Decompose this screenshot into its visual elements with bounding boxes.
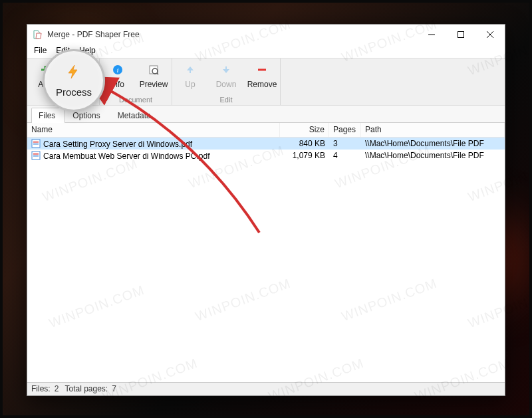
- status-files-count: 2: [55, 384, 59, 393]
- cell-size: 1,079 KB: [280, 151, 329, 160]
- lightning-icon: [66, 64, 82, 84]
- preview-icon: [148, 64, 160, 76]
- up-button[interactable]: Up: [172, 58, 208, 96]
- cell-size: 840 KB: [280, 139, 329, 148]
- arrow-up-icon: [184, 64, 196, 76]
- tab-files[interactable]: Files: [31, 108, 65, 123]
- maximize-button[interactable]: [446, 25, 475, 45]
- svg-rect-16: [33, 154, 39, 155]
- titlebar: Merge - PDF Shaper Free: [27, 25, 505, 45]
- svg-line-10: [157, 73, 158, 74]
- close-button[interactable]: [475, 25, 505, 45]
- tab-metadata[interactable]: Metadata: [110, 108, 161, 123]
- group-document-label: Document: [119, 96, 152, 104]
- annotation-magnifier: Process: [43, 49, 105, 112]
- preview-button[interactable]: Preview: [136, 58, 172, 96]
- svg-text:i: i: [116, 66, 118, 74]
- table-row[interactable]: Cara Setting Proxy Server di Windows.pdf…: [27, 138, 505, 150]
- menu-file[interactable]: File: [30, 45, 51, 58]
- minimize-button[interactable]: [417, 25, 446, 45]
- table-row[interactable]: Cara Membuat Web Server di Windows PC.pd…: [27, 150, 505, 161]
- col-size[interactable]: Size: [280, 123, 329, 137]
- status-files-label: Files:: [31, 384, 51, 393]
- cell-name: Cara Setting Proxy Server di Windows.pdf: [43, 140, 192, 149]
- window-controls: [417, 25, 505, 45]
- down-button[interactable]: Down: [208, 58, 244, 96]
- cell-path: \\Mac\Home\Documents\File PDF: [361, 151, 505, 160]
- svg-rect-14: [33, 144, 39, 145]
- preview-label: Preview: [140, 80, 168, 89]
- file-list[interactable]: Cara Setting Proxy Server di Windows.pdf…: [27, 138, 505, 378]
- svg-rect-13: [33, 142, 39, 143]
- info-button[interactable]: i Info: [100, 58, 136, 96]
- up-label: Up: [185, 80, 195, 89]
- col-path[interactable]: Path: [361, 123, 505, 137]
- cell-pages: 4: [329, 151, 361, 160]
- cell-name: Cara Membuat Web Server di Windows PC.pd…: [43, 152, 210, 161]
- status-total-pages-label: Total pages:: [65, 384, 108, 393]
- app-icon: [33, 29, 43, 40]
- col-name[interactable]: Name: [27, 123, 280, 137]
- remove-label: Remove: [247, 80, 277, 89]
- cell-path: \\Mac\Home\Documents\File PDF: [361, 139, 505, 148]
- down-label: Down: [216, 80, 237, 89]
- statusbar: Files:2 Total pages:7: [27, 382, 505, 395]
- info-icon: i: [112, 64, 124, 76]
- window-title: Merge - PDF Shaper Free: [47, 30, 140, 39]
- tabs: Files Options Metadata: [27, 106, 505, 123]
- info-label: Info: [111, 80, 124, 89]
- svg-rect-1: [458, 32, 464, 38]
- arrow-down-icon: [220, 64, 232, 76]
- col-pages[interactable]: Pages: [329, 123, 361, 137]
- list-header: Name Size Pages Path: [27, 123, 505, 138]
- menubar: File Edit Help: [27, 45, 505, 58]
- svg-rect-17: [33, 156, 39, 157]
- cell-pages: 3: [329, 139, 361, 148]
- annotation-magnifier-label: Process: [56, 86, 92, 98]
- group-edit-label: Edit: [220, 96, 233, 104]
- svg-rect-8: [150, 66, 158, 74]
- status-total-pages: 7: [112, 384, 116, 393]
- minus-icon: [256, 64, 268, 76]
- remove-button[interactable]: Remove: [244, 58, 280, 96]
